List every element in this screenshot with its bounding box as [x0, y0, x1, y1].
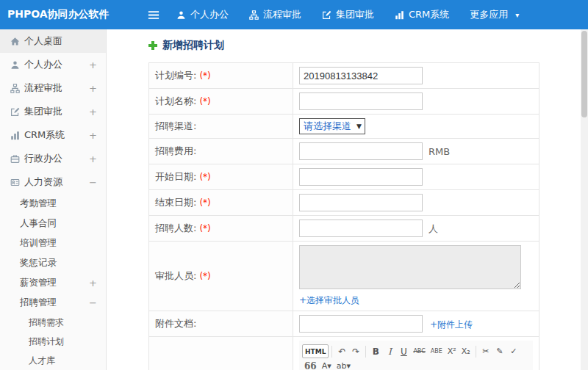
user-icon [176, 10, 186, 20]
form-row-start-date: 开始日期:(*) [149, 164, 539, 190]
form-row-channel: 招聘渠道: 请选择渠道 ▼ [149, 115, 539, 139]
form-row-editor: HTML ↶ ↷ B I U ABC ABE X² X₂ [149, 337, 539, 370]
highlight-color-button[interactable]: ab▾ [334, 359, 353, 370]
expand-toggle[interactable]: + [89, 83, 97, 94]
undo-button[interactable]: ↶ [335, 344, 348, 358]
editor-toolbar-row1: HTML ↶ ↷ B I U ABC ABE X² X₂ [302, 344, 530, 370]
format-brush-button[interactable]: ✎ [493, 344, 506, 358]
sidebar-item-attendance[interactable]: 考勤管理 [0, 194, 106, 214]
collapse-toggle[interactable]: − [89, 177, 97, 188]
select-approvers-link[interactable]: +选择审批人员 [299, 294, 533, 307]
channel-select[interactable]: 请选择渠道 ▼ [299, 118, 365, 134]
expand-toggle[interactable]: + [89, 106, 97, 117]
sidebar-item-recruit-plan[interactable]: 招聘计划 [0, 332, 106, 351]
chevron-down-icon: ▾ [515, 11, 519, 19]
briefcase-icon [10, 154, 24, 164]
toolbar-separator [365, 346, 366, 358]
sidebar-item-label: 个人桌面 [24, 35, 62, 48]
page-header: 新增招聘计划 [148, 39, 581, 52]
nav-group-approval[interactable]: 集团审批 [312, 0, 384, 29]
bold-button[interactable]: B [369, 344, 382, 358]
headcount-input[interactable] [299, 220, 423, 237]
field-label: 结束日期: [155, 197, 196, 208]
plan-number-input[interactable] [299, 67, 423, 84]
form-row-attachment: 附件文档: +附件上传 [149, 311, 539, 337]
sidebar: 个人桌面 个人办公 + 流程审批 + 集团审批 + CRM系统 + 行政办公 + [0, 29, 107, 370]
field-label: 附件文档: [155, 318, 196, 329]
scrollbar-thumb[interactable] [581, 31, 587, 117]
required-marker: (*) [199, 172, 210, 182]
font-color-button[interactable]: A▾ [320, 359, 334, 370]
hamburger-icon [148, 10, 159, 20]
nav-crm[interactable]: CRM系统 [384, 0, 459, 29]
sidebar-item-label: 薪资管理 [20, 277, 57, 289]
field-label: 审批人员: [155, 270, 196, 281]
form-row-approvers: 审批人员:(*) +选择审批人员 [149, 242, 539, 311]
required-marker: (*) [199, 96, 210, 106]
sidebar-item-crm[interactable]: CRM系统 + [0, 123, 106, 147]
required-marker: (*) [199, 197, 210, 208]
sidebar-item-personal-office[interactable]: 个人办公 + [0, 53, 106, 76]
cut-button[interactable]: ✂ [479, 344, 492, 358]
sidebar-item-salary[interactable]: 薪资管理 + [0, 273, 106, 293]
sidebar-item-recruit-mgmt[interactable]: 招聘管理 − [0, 293, 106, 313]
sidebar-item-label: 人才库 [29, 355, 55, 367]
expand-toggle[interactable]: + [89, 153, 97, 164]
app-window: PHPOA协同办公软件 个人办公 流程审批 集团审批 CRM系统 更多应用 [0, 0, 588, 370]
sidebar-item-label: 行政办公 [24, 152, 62, 165]
sidebar-item-training[interactable]: 培训管理 [0, 233, 106, 253]
sidebar-item-label: 个人办公 [24, 58, 62, 71]
spellcheck-button[interactable]: ✓ [507, 344, 520, 358]
sidebar-item-talent-pool[interactable]: 人才库 [0, 351, 106, 370]
subscript-button[interactable]: X₂ [459, 344, 473, 358]
sidebar-item-personal-desktop[interactable]: 个人桌面 [0, 29, 106, 53]
nav-label: CRM系统 [409, 8, 449, 21]
sidebar-item-hr[interactable]: 人力资源 − [0, 170, 106, 194]
collapse-toggle[interactable]: − [89, 297, 97, 308]
strikethrough-button[interactable]: ABC [411, 344, 427, 358]
remove-format-button[interactable]: ABE [429, 344, 445, 358]
approvers-textarea[interactable] [299, 245, 521, 289]
nav-label: 集团审批 [336, 8, 374, 21]
sidebar-item-contract[interactable]: 人事合同 [0, 214, 106, 233]
end-date-input[interactable] [299, 194, 423, 211]
edit-icon [322, 10, 331, 20]
field-label: 计划编号: [155, 70, 196, 81]
attachment-input[interactable] [299, 315, 423, 333]
sidebar-item-process-approval[interactable]: 流程审批 + [0, 76, 106, 100]
superscript-button[interactable]: X² [445, 344, 459, 358]
redo-button[interactable]: ↷ [349, 344, 362, 358]
field-label: 招聘渠道: [155, 120, 196, 131]
home-icon [10, 37, 24, 46]
expand-toggle[interactable]: + [89, 59, 97, 70]
italic-button[interactable]: I [383, 344, 396, 358]
flow-icon [249, 10, 259, 20]
expand-toggle[interactable]: + [89, 278, 97, 289]
sidebar-item-admin-office[interactable]: 行政办公 + [0, 147, 106, 170]
underline-button[interactable]: U [397, 344, 410, 358]
sidebar-item-rewards[interactable]: 奖惩记录 [0, 253, 106, 273]
nav-process-approval[interactable]: 流程审批 [239, 0, 312, 29]
attachment-upload-link[interactable]: +附件上传 [430, 319, 473, 330]
start-date-input[interactable] [299, 168, 423, 186]
expand-toggle[interactable]: + [89, 130, 97, 141]
fee-input[interactable] [299, 142, 423, 160]
navbar-menu: 个人办公 流程审批 集团审批 CRM系统 更多应用 ▾ [166, 0, 529, 29]
vertical-scrollbar[interactable] [581, 29, 588, 370]
nav-more-apps[interactable]: 更多应用 ▾ [459, 0, 529, 29]
sidebar-item-recruit-demand[interactable]: 招聘需求 [0, 313, 106, 332]
editor-label-cell [149, 337, 293, 370]
sidebar-item-group-approval[interactable]: 集团审批 + [0, 100, 106, 123]
fee-unit: RMB [429, 146, 450, 157]
nav-personal-office[interactable]: 个人办公 [166, 0, 239, 29]
html-source-button[interactable]: HTML [302, 344, 329, 358]
menu-icon[interactable] [141, 0, 166, 29]
sidebar-item-label: 奖惩记录 [20, 257, 57, 269]
sidebar-item-label: 人事合同 [20, 217, 57, 230]
blockquote-button[interactable]: 66 [302, 359, 319, 370]
plan-name-input[interactable] [299, 92, 423, 110]
form-row-plan-number: 计划编号:(*) [149, 63, 539, 89]
sidebar-item-label: 招聘计划 [29, 335, 64, 348]
field-label: 招聘人数: [155, 222, 196, 233]
app-logo: PHPOA协同办公软件 [0, 8, 110, 21]
